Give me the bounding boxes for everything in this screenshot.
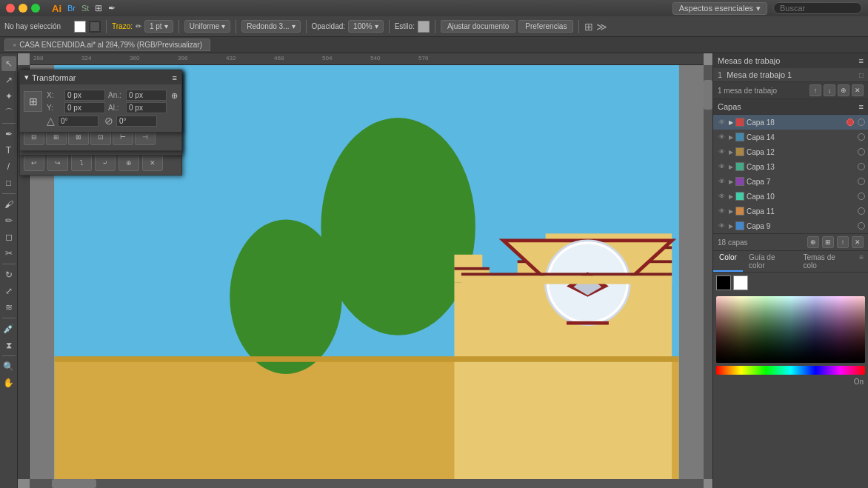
capa-18-circle[interactable] — [847, 118, 854, 126]
capa-12-circle[interactable] — [858, 148, 865, 156]
workspace-button[interactable]: Aspectos esenciales ▾ — [672, 2, 767, 15]
eye-11[interactable]: 👁 — [716, 206, 727, 216]
rot-input[interactable] — [58, 116, 99, 127]
sym-action4[interactable]: ⤶ — [95, 155, 116, 171]
y-input[interactable] — [64, 102, 105, 113]
more-icon[interactable]: ≫ — [596, 21, 607, 33]
capas-menu-icon[interactable]: ≡ — [859, 102, 864, 111]
arrow-14[interactable]: ▶ — [729, 134, 733, 141]
capa-13-circle[interactable] — [858, 163, 865, 170]
tab-close[interactable]: × — [13, 41, 16, 49]
color-spectrum[interactable] — [716, 296, 865, 363]
rect-tool[interactable]: □ — [1, 176, 16, 190]
transformar-header[interactable]: ▾ Transformar ≡ — [20, 70, 181, 84]
arrow-11[interactable]: ▶ — [729, 208, 733, 215]
zoom-tool[interactable]: 🔍 — [1, 359, 16, 374]
mesa-edit-icon[interactable]: □ — [859, 71, 864, 79]
capas-act3[interactable]: ↑ — [837, 236, 849, 248]
sym-action6[interactable]: ✕ — [142, 155, 163, 171]
color-menu[interactable]: ≡ — [855, 251, 868, 272]
eyedropper-tool[interactable]: 💉 — [1, 321, 16, 336]
mesa-action2[interactable]: ↓ — [824, 84, 835, 96]
capa-14-circle[interactable] — [858, 133, 865, 141]
capas-act4[interactable]: ✕ — [852, 236, 864, 248]
pen-tool[interactable]: ✒ — [1, 127, 16, 141]
eye-9[interactable]: 👁 — [716, 221, 727, 231]
capa-13[interactable]: 👁 ▶ Capa 13 — [713, 159, 868, 174]
text-tool[interactable]: T — [1, 143, 16, 158]
scrollbar-horizontal[interactable] — [30, 479, 704, 488]
direct-select-tool[interactable]: ↗ — [1, 73, 16, 87]
arrow-12[interactable]: ▶ — [729, 149, 733, 156]
x-input[interactable] — [64, 90, 105, 101]
sym-action2[interactable]: ↪ — [47, 155, 68, 171]
document-tab[interactable]: × CASA ENCENDIDA.ai* al 284,79% (RGB/Pre… — [4, 39, 210, 51]
lasso-tool[interactable]: ⌒ — [1, 105, 16, 120]
capa-9[interactable]: 👁 ▶ Capa 9 — [713, 218, 868, 233]
transformar-collapse[interactable]: ▾ — [24, 73, 29, 82]
brush-icon[interactable]: ✒ — [108, 3, 116, 13]
arrow-13[interactable]: ▶ — [729, 164, 733, 170]
capa-10[interactable]: 👁 ▶ Capa 10 — [713, 189, 868, 204]
arrange-icon[interactable]: ⊞ — [584, 21, 593, 33]
eye-13[interactable]: 👁 — [716, 161, 727, 172]
guia-tab[interactable]: Guía de color — [743, 251, 798, 272]
pencil-tool[interactable]: ✏ — [1, 213, 16, 228]
capas-act1[interactable]: ⊕ — [807, 236, 819, 248]
capa-7[interactable]: 👁 ▶ Capa 7 — [713, 174, 868, 189]
capa-18[interactable]: 👁 ▶ Capa 18 — [713, 115, 868, 130]
mesa-action4[interactable]: ✕ — [852, 84, 864, 96]
capa-9-circle[interactable] — [858, 222, 865, 230]
an-input[interactable] — [126, 90, 167, 101]
capa-18-dot[interactable] — [858, 118, 865, 126]
trazo-value[interactable]: 1 pt ▾ — [144, 20, 173, 33]
arrow-7[interactable]: ▶ — [729, 178, 733, 185]
sym-action3[interactable]: ⤵ — [71, 155, 92, 171]
adjust-button[interactable]: Ajustar documento — [441, 20, 515, 33]
corner-style[interactable]: Redondo 3... ▾ — [241, 20, 300, 33]
capa-12[interactable]: 👁 ▶ Capa 12 — [713, 144, 868, 159]
hand-tool[interactable]: ✋ — [1, 375, 16, 390]
eye-12[interactable]: 👁 — [716, 147, 727, 157]
magic-wand-tool[interactable]: ✦ — [1, 89, 16, 104]
search-input[interactable] — [773, 2, 862, 14]
capa-11-circle[interactable] — [858, 207, 865, 215]
style-swatch[interactable] — [418, 21, 430, 33]
sym-action5[interactable]: ⊕ — [118, 155, 139, 171]
line-tool[interactable]: / — [1, 159, 16, 174]
scale-tool[interactable]: ⤢ — [1, 284, 16, 298]
mesa-action1[interactable]: ↑ — [809, 84, 821, 96]
capa-14[interactable]: 👁 ▶ Capa 14 — [713, 130, 868, 144]
hue-bar[interactable] — [716, 366, 865, 375]
minimize-button[interactable] — [19, 4, 27, 13]
window-controls[interactable] — [6, 4, 40, 13]
mesas-menu-icon[interactable]: ≡ — [859, 56, 864, 65]
arrow-9[interactable]: ▶ — [729, 223, 733, 230]
transform-side[interactable]: ⊕ — [171, 91, 178, 101]
stroke-type[interactable]: Uniforme ▾ — [184, 20, 231, 33]
eye-7[interactable]: 👁 — [716, 176, 727, 187]
warp-tool[interactable]: ≋ — [1, 300, 16, 315]
shear-input[interactable] — [116, 116, 157, 127]
arrow-10[interactable]: ▶ — [729, 193, 733, 200]
transformar-menu[interactable]: ≡ — [173, 73, 177, 82]
grid-icon[interactable]: ⊞ — [95, 3, 102, 13]
arrow-18[interactable]: ▶ — [729, 119, 733, 126]
blend-tool[interactable]: ⧗ — [1, 338, 16, 352]
mesa-item-1[interactable]: 1 Mesa de trabajo 1 □ — [713, 68, 868, 81]
al-input[interactable] — [126, 102, 167, 113]
capa-10-circle[interactable] — [858, 193, 865, 200]
eye-10[interactable]: 👁 — [716, 191, 727, 201]
scrollbar-thumb-h[interactable] — [52, 479, 96, 488]
mesa-action3[interactable]: ⊕ — [838, 84, 849, 96]
eye-14[interactable]: 👁 — [716, 132, 727, 142]
rotate-tool[interactable]: ↻ — [1, 267, 16, 282]
close-button[interactable] — [6, 4, 15, 13]
select-tool[interactable]: ↖ — [1, 56, 16, 71]
eye-18[interactable]: 👁 — [716, 117, 727, 127]
capas-act2[interactable]: ⊞ — [822, 236, 834, 248]
scrollbar-vertical[interactable] — [704, 65, 712, 479]
capa-11[interactable]: 👁 ▶ Capa 11 — [713, 204, 868, 218]
white-swatch[interactable] — [733, 275, 748, 290]
maximize-button[interactable] — [31, 4, 40, 13]
